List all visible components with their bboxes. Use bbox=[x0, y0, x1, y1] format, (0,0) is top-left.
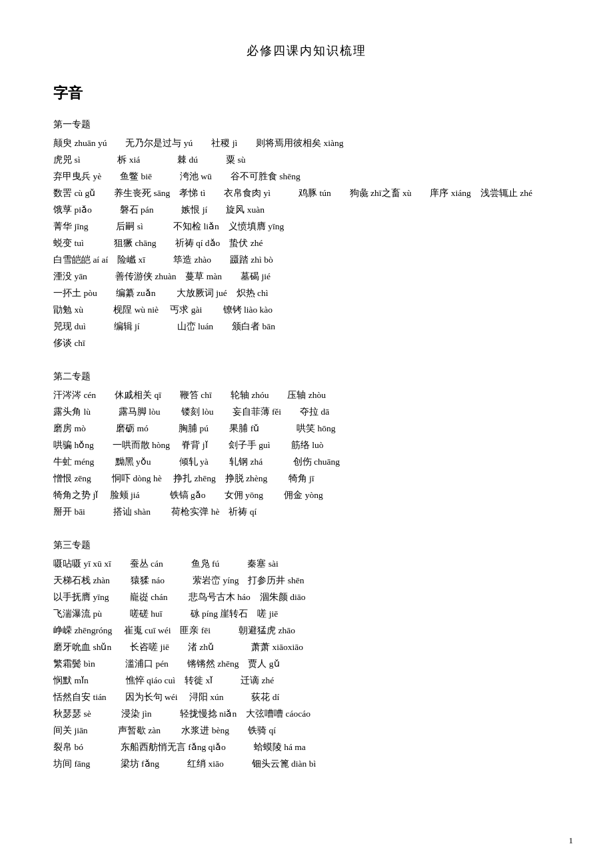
topic-content-2: 汗涔涔 cén 休戚相关 qī 鞭笞 chī 轮轴 zhóu 压轴 zhòu露头… bbox=[53, 387, 560, 521]
content-line: 虎兕 sì 柝 xiá 棘 dú 粟 sù bbox=[53, 152, 560, 169]
content-line: 裂帛 bó 东船西舫悄无言 fǎng qiǎo 蛤蟆陵 há ma bbox=[53, 739, 560, 756]
content-line: 牛虻 méng 黝黑 yǒu 倾轧 yà 轧钢 zhá 创伤 chuāng bbox=[53, 454, 560, 471]
content-line: 憎恨 zēng 恫吓 dòng hè 挣扎 zhēng 挣脱 zhèng 犄角 … bbox=[53, 471, 560, 487]
content-line: 繁霜鬓 bìn 滥浦口 pén 锵锵然 zhēng 贾人 gǔ bbox=[53, 656, 560, 673]
content-line: 秋瑟瑟 sè 浸染 jìn 轻拢慢捻 niǎn 大弦嘈嘈 cáocáo bbox=[53, 706, 560, 723]
content-line: 悯默 mǐn 憔悴 qiáo cuì 转徙 xǐ 迁谪 zhé bbox=[53, 673, 560, 689]
content-line: 露头角 lù 露马脚 lòu 镂刻 lòu 妄自菲薄 fěi 夺拉 dā bbox=[53, 404, 560, 421]
content-line: 恬然自安 tián 因为长句 wéi 浔阳 xún 荻花 dí bbox=[53, 689, 560, 706]
topic-heading-1: 第一专题 bbox=[53, 116, 560, 133]
content-line: 掰开 bāi 搭讪 shàn 荷枪实弹 hè 祈祷 qí bbox=[53, 504, 560, 521]
content-line: 勖勉 xù 枧陧 wù niè 丐求 gài 镣铐 liào kào bbox=[53, 302, 560, 319]
content-line: 兕现 duì 编辑 jí 山峦 luán 颁白者 bān bbox=[53, 319, 560, 335]
content-line: 一抔土 pòu 编纂 zuǎn 大放厥词 jué 炽热 chì bbox=[53, 285, 560, 302]
page-title: 必修四课内知识梳理 bbox=[53, 40, 560, 61]
content-line: 数罟 cù gǔ 养生丧死 sāng 孝悌 tì 衣帛食肉 yì 鸡豚 tún … bbox=[53, 185, 560, 202]
content-line: 天梯石栈 zhàn 猿猱 náo 萦岩峦 yíng 打参历井 shēn bbox=[53, 573, 560, 589]
content-line: 白雪皑皑 aí aí 险巇 xī 筚造 zhào 蹑踏 zhì bò bbox=[53, 252, 560, 269]
section-heading: 字音 bbox=[53, 80, 560, 107]
content-line: 磨房 mò 磨砺 mó 胸脯 pú 果脯 fǔ 哄笑 hōng bbox=[53, 421, 560, 437]
content-line: 间关 jiān 声暂歇 zàn 水浆进 bèng 铁骑 qí bbox=[53, 723, 560, 739]
content-line: 汗涔涔 cén 休戚相关 qī 鞭笞 chī 轮轴 zhóu 压轴 zhòu bbox=[53, 387, 560, 404]
topic-content-1: 颠臾 zhuān yú 无乃尔是过与 yú 社稷 jì 则将焉用彼相矣 xiàn… bbox=[53, 135, 560, 352]
topic-2: 第二专题汗涔涔 cén 休戚相关 qī 鞭笞 chī 轮轴 zhóu 压轴 zh… bbox=[53, 368, 560, 527]
content-line: 蜕变 tuì 狙獗 chāng 祈祷 qí dǎo 蛰伏 zhé bbox=[53, 235, 560, 252]
content-line: 坊间 fāng 梁坊 fǎng 红绡 xiāo 钿头云篦 diàn bì bbox=[53, 756, 560, 773]
content-line: 饿莩 piǎo 磐石 pán 嫉恨 jí 旋风 xuàn bbox=[53, 202, 560, 219]
topic-heading-2: 第二专题 bbox=[53, 368, 560, 385]
content-line: 颠臾 zhuān yú 无乃尔是过与 yú 社稷 jì 则将焉用彼相矣 xiàn… bbox=[53, 135, 560, 152]
content-line: 哄骗 hǒng 一哄而散 hòng 脊背 jǐ 刽子手 guì 筋络 luò bbox=[53, 437, 560, 454]
topic-3: 第三专题嗫呫嗫 yī xū xī 蚕丛 cán 鱼凫 fú 秦塞 sài天梯石栈… bbox=[53, 537, 560, 773]
content-line: 湮没 yān 善传游侠 zhuàn 蔓草 màn 墓碣 jié bbox=[53, 269, 560, 285]
content-line: 菁华 jīng 后嗣 sì 不知检 liǎn 义愤填膺 yīng bbox=[53, 219, 560, 235]
content-line: 磨牙吮血 shǔn 长咨嗟 jiē 渚 zhǔ 萧萧 xiāoxiāo bbox=[53, 639, 560, 656]
content-line: 嗫呫嗫 yī xū xī 蚕丛 cán 鱼凫 fú 秦塞 sài bbox=[53, 556, 560, 573]
content-line: 侈谈 chī bbox=[53, 335, 560, 352]
content-line: 犄角之势 jǐ 脸颊 jiá 铁镐 gǎo 女佣 yōng 佣金 yòng bbox=[53, 487, 560, 504]
content-line: 峥嵘 zhēngróng 崔嵬 cuī wéi 匪亲 fēi 朝避猛虎 zhāo bbox=[53, 623, 560, 639]
content-line: 以手抚膺 yīng 巃嵸 chán 悲鸟号古木 háo 涸朱颜 diāo bbox=[53, 589, 560, 606]
topic-content-3: 嗫呫嗫 yī xū xī 蚕丛 cán 鱼凫 fú 秦塞 sài天梯石栈 zhà… bbox=[53, 556, 560, 773]
topic-heading-3: 第三专题 bbox=[53, 537, 560, 553]
content-line: 弃甲曳兵 yè 鱼鳖 biē 洿池 wū 谷不可胜食 shēng bbox=[53, 169, 560, 185]
topic-1: 第一专题颠臾 zhuān yú 无乃尔是过与 yú 社稷 jì 则将焉用彼相矣 … bbox=[53, 116, 560, 359]
content-line: 飞湍瀑流 pù 嗟磋 huī 砯 píng 崖转石 嗟 jiē bbox=[53, 606, 560, 623]
